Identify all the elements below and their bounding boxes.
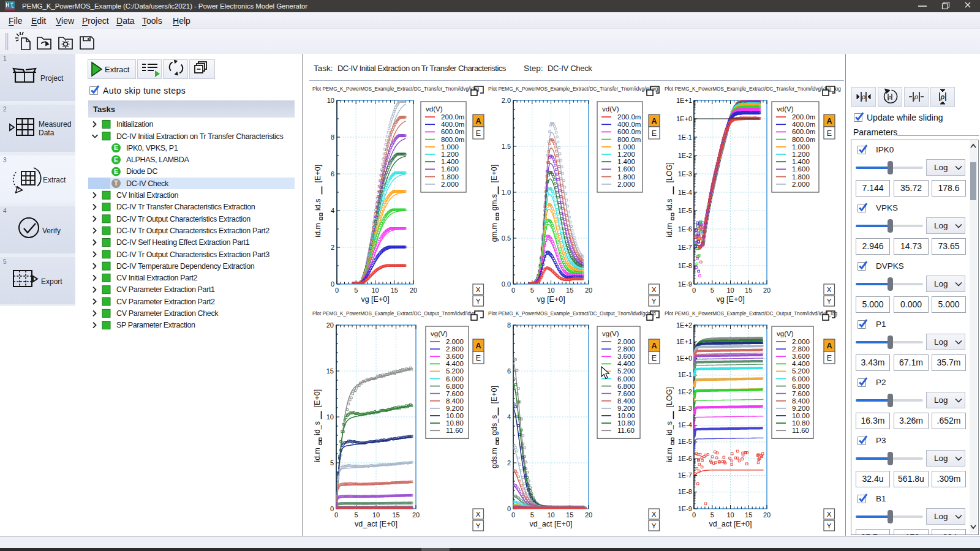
svg-text:6.800: 6.800 bbox=[617, 383, 635, 390]
svg-text:6.800: 6.800 bbox=[446, 383, 464, 390]
svg-text:gds_s: gds_s bbox=[490, 415, 499, 435]
svg-text:15: 15 bbox=[566, 511, 573, 519]
svg-text:5: 5 bbox=[354, 511, 358, 519]
svg-text:E: E bbox=[476, 129, 481, 138]
svg-text:1E-5: 1E-5 bbox=[678, 438, 692, 445]
svg-text:15: 15 bbox=[745, 511, 752, 519]
svg-text:CV Parameter Extraction Part1: CV Parameter Extraction Part1 bbox=[116, 285, 215, 294]
svg-text:A: A bbox=[651, 117, 657, 126]
svg-text:800.0m: 800.0m bbox=[441, 136, 464, 143]
svg-text:10: 10 bbox=[371, 287, 379, 294]
svg-text:9.200: 9.200 bbox=[446, 405, 464, 412]
svg-text:7.600: 7.600 bbox=[617, 390, 635, 397]
svg-text:A: A bbox=[651, 342, 657, 350]
svg-text:600.0m: 600.0m bbox=[792, 128, 815, 135]
svg-text:400.0m: 400.0m bbox=[441, 121, 464, 128]
svg-text:id_s: id_s bbox=[313, 421, 322, 435]
svg-text:Plot PEMG_K_PowerMOS_Example_E: Plot PEMG_K_PowerMOS_Example_Extract/DC_… bbox=[665, 86, 841, 92]
svg-text:600.0m: 600.0m bbox=[617, 128, 641, 135]
svg-text:id.s: id.s bbox=[314, 199, 322, 211]
svg-text:400.0m: 400.0m bbox=[792, 121, 815, 128]
svg-text:8: 8 bbox=[331, 133, 334, 141]
svg-text:DC-IV Initial Extraction on Tr: DC-IV Initial Extraction on Tr Transfer … bbox=[116, 132, 283, 141]
svg-text:ρ: ρ bbox=[914, 93, 918, 100]
svg-text:X: X bbox=[476, 511, 481, 518]
svg-text:1.000: 1.000 bbox=[617, 143, 635, 151]
svg-text:A: A bbox=[826, 117, 832, 126]
svg-text:0: 0 bbox=[331, 280, 334, 288]
svg-text:id.s: id.s bbox=[665, 199, 674, 211]
svg-text:vd(V): vd(V) bbox=[602, 105, 619, 113]
svg-text:10.80: 10.80 bbox=[792, 419, 810, 427]
svg-text:2: 2 bbox=[507, 459, 511, 467]
svg-text:ρ: ρ bbox=[940, 93, 944, 100]
svg-text:7.600: 7.600 bbox=[792, 390, 810, 397]
svg-text:0: 0 bbox=[335, 287, 339, 294]
svg-text:10.80: 10.80 bbox=[617, 419, 635, 427]
svg-text:vd(V): vd(V) bbox=[426, 105, 443, 113]
svg-text:5: 5 bbox=[710, 287, 714, 294]
svg-text:1.800: 1.800 bbox=[792, 173, 810, 181]
svg-text:10: 10 bbox=[326, 413, 334, 421]
svg-text:0.0: 0.0 bbox=[502, 280, 511, 288]
svg-text:0.5: 0.5 bbox=[502, 234, 511, 242]
svg-text:1.000: 1.000 bbox=[792, 143, 810, 151]
svg-text:10: 10 bbox=[726, 287, 734, 294]
svg-text:9.200: 9.200 bbox=[792, 405, 810, 412]
svg-text:[E+0]: [E+0] bbox=[490, 386, 499, 404]
svg-text:X: X bbox=[476, 286, 481, 293]
svg-text:1E-6: 1E-6 bbox=[678, 455, 692, 462]
svg-text:Y: Y bbox=[827, 522, 832, 530]
svg-text:1.600: 1.600 bbox=[441, 165, 459, 173]
svg-text:ρ: ρ bbox=[888, 94, 892, 100]
svg-text:1.200: 1.200 bbox=[441, 151, 459, 158]
svg-text:10: 10 bbox=[547, 511, 554, 519]
svg-text:X: X bbox=[652, 286, 657, 293]
svg-text:DC-IV Self Heating Effect Extr: DC-IV Self Heating Effect Extraction Par… bbox=[116, 238, 250, 247]
svg-text:id_s: id_s bbox=[665, 421, 674, 435]
svg-text:3.600: 3.600 bbox=[617, 353, 635, 360]
svg-text:Y: Y bbox=[476, 522, 481, 530]
svg-text:Y: Y bbox=[827, 298, 832, 305]
svg-text:X: X bbox=[827, 286, 832, 293]
svg-text:Plot PEMG_K_PowerMOS_Example_E: Plot PEMG_K_PowerMOS_Example_Extract/DC_… bbox=[665, 311, 838, 317]
svg-text:4: 4 bbox=[507, 413, 511, 421]
svg-text:[LOG]: [LOG] bbox=[665, 162, 674, 182]
svg-text:E: E bbox=[476, 354, 481, 362]
svg-text:Plot PEMG_K_PowerMOS_Example_E: Plot PEMG_K_PowerMOS_Example_Extract/DC_… bbox=[488, 86, 658, 92]
svg-text:800.0m: 800.0m bbox=[792, 136, 815, 143]
svg-text:1E-4: 1E-4 bbox=[678, 421, 692, 429]
svg-text:1E-8: 1E-8 bbox=[678, 488, 692, 495]
svg-text:gm.s: gm.s bbox=[490, 194, 499, 211]
svg-text:1E-5: 1E-5 bbox=[678, 207, 692, 214]
svg-text:1E-7: 1E-7 bbox=[678, 244, 692, 251]
svg-text:200.0m: 200.0m bbox=[617, 113, 641, 121]
svg-text:DC-IV Tr Output Characteristic: DC-IV Tr Output Characteristics Extracti… bbox=[116, 227, 270, 235]
svg-text:vg [E+0]: vg [E+0] bbox=[361, 295, 389, 304]
svg-text:1E-9: 1E-9 bbox=[678, 505, 692, 512]
svg-text:5: 5 bbox=[330, 459, 334, 467]
svg-text:0: 0 bbox=[511, 287, 515, 294]
svg-text:2.000: 2.000 bbox=[446, 338, 464, 345]
svg-text:15: 15 bbox=[326, 367, 334, 375]
svg-text:4: 4 bbox=[331, 207, 334, 214]
svg-text:1.200: 1.200 bbox=[617, 151, 635, 158]
svg-text:200.0m: 200.0m bbox=[792, 113, 815, 121]
svg-text:vg [E+0]: vg [E+0] bbox=[537, 295, 565, 304]
svg-text:1E+2: 1E+2 bbox=[676, 321, 692, 329]
svg-text:id.m: id.m bbox=[314, 223, 322, 238]
svg-text:1E-8: 1E-8 bbox=[678, 262, 692, 269]
svg-text:800.0m: 800.0m bbox=[617, 136, 641, 143]
svg-text:vg(V): vg(V) bbox=[431, 330, 448, 337]
svg-text:1.800: 1.800 bbox=[441, 173, 459, 181]
svg-text:11.60: 11.60 bbox=[792, 427, 809, 434]
svg-text:E: E bbox=[114, 156, 118, 163]
svg-text:8: 8 bbox=[507, 321, 511, 329]
svg-text:6.800: 6.800 bbox=[792, 383, 810, 390]
svg-text:2.000: 2.000 bbox=[617, 338, 635, 345]
svg-text:A: A bbox=[475, 342, 481, 350]
svg-text:8.400: 8.400 bbox=[792, 397, 810, 405]
svg-text:A: A bbox=[826, 342, 832, 350]
svg-text:10.80: 10.80 bbox=[446, 419, 464, 427]
svg-text:2.800: 2.800 bbox=[792, 345, 810, 353]
